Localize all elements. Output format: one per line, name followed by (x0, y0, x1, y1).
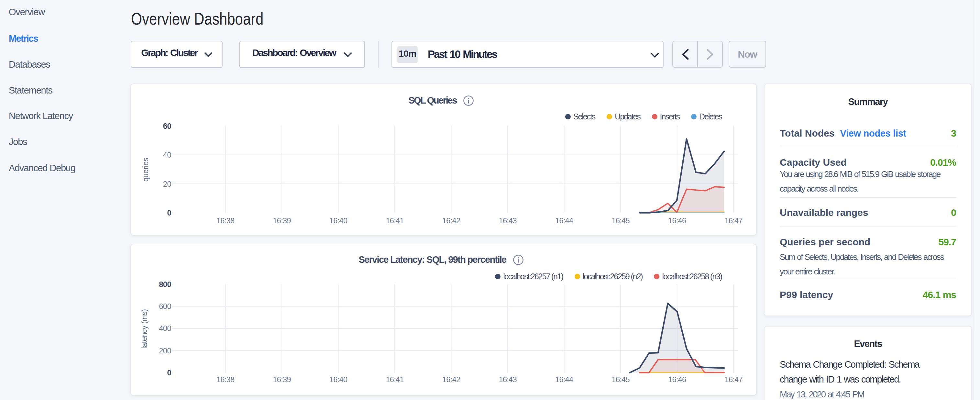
svg-text:200: 200 (159, 347, 171, 355)
svg-text:16:39: 16:39 (273, 217, 291, 225)
svg-text:16:44: 16:44 (555, 217, 573, 225)
svg-text:16:42: 16:42 (442, 217, 460, 225)
svg-text:16:39: 16:39 (273, 375, 291, 384)
svg-text:16:46: 16:46 (668, 217, 686, 225)
svg-text:16:44: 16:44 (555, 375, 573, 384)
svg-text:400: 400 (159, 324, 171, 333)
svg-text:16:40: 16:40 (329, 375, 347, 384)
svg-text:16:46: 16:46 (668, 375, 686, 384)
svg-text:16:43: 16:43 (499, 217, 517, 225)
svg-text:16:42: 16:42 (442, 375, 460, 384)
svg-text:16:45: 16:45 (612, 375, 630, 384)
svg-text:16:41: 16:41 (386, 217, 404, 225)
svg-text:16:43: 16:43 (499, 375, 517, 384)
svg-text:600: 600 (159, 302, 171, 311)
svg-text:16:45: 16:45 (612, 217, 630, 225)
svg-text:60: 60 (163, 122, 172, 131)
svg-text:16:38: 16:38 (216, 217, 235, 225)
svg-text:40: 40 (163, 151, 172, 159)
svg-text:20: 20 (163, 180, 172, 188)
svg-text:16:47: 16:47 (725, 217, 743, 225)
svg-text:0: 0 (167, 209, 171, 217)
svg-text:16:41: 16:41 (386, 375, 404, 384)
svg-text:800: 800 (159, 280, 171, 288)
svg-text:16:38: 16:38 (216, 375, 235, 384)
svg-text:16:40: 16:40 (329, 217, 347, 225)
svg-text:16:47: 16:47 (725, 375, 743, 384)
svg-text:0: 0 (167, 369, 171, 377)
